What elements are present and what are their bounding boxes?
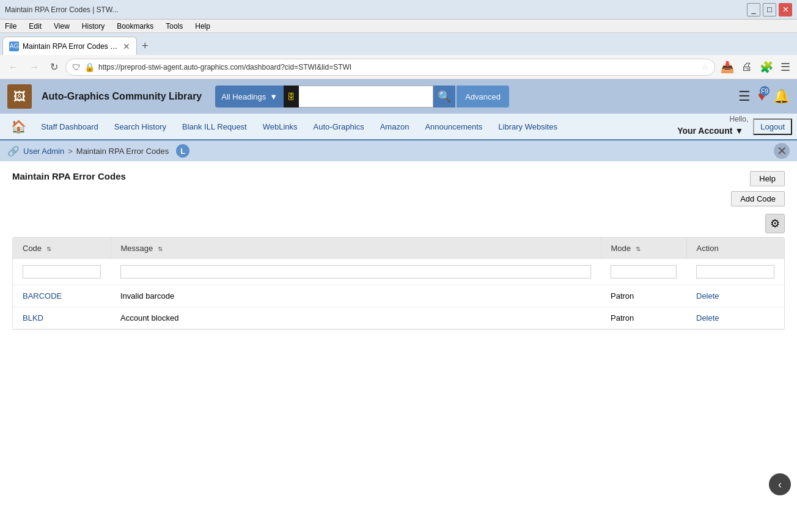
menu-help[interactable]: Help <box>193 21 213 31</box>
lock-icon: 🔒 <box>84 62 95 72</box>
heading-dropdown[interactable]: All Headings ▼ <box>215 86 284 107</box>
browser-menu-bar: File Edit View History Bookmarks Tools H… <box>0 20 797 33</box>
tab-close-button[interactable]: ✕ <box>123 42 130 51</box>
search-area: All Headings ▼ 🗄 🔍 Advanced <box>215 86 509 107</box>
menu-tools[interactable]: Tools <box>163 21 185 31</box>
nav-announcements[interactable]: Announcements <box>417 117 490 136</box>
sort-message-icon: ⇅ <box>158 246 163 252</box>
nav-weblinks[interactable]: WebLinks <box>255 117 305 136</box>
delete-link-0[interactable]: Delete <box>696 291 719 301</box>
delete-link-1[interactable]: Delete <box>696 313 719 322</box>
titlebar-buttons: _ □ ✕ <box>747 3 792 16</box>
browser-tools: 📥 🖨 🧩 ☰ <box>719 59 792 76</box>
tab-title: Maintain RPA Error Codes | STW... <box>23 42 119 51</box>
column-action-label: Action <box>697 244 719 253</box>
sort-mode-icon: ⇅ <box>636 246 641 252</box>
logout-button[interactable]: Logout <box>753 118 792 135</box>
help-button[interactable]: Help <box>750 171 785 186</box>
star-icon[interactable]: ☆ <box>702 63 708 71</box>
page-actions: Help <box>750 171 785 186</box>
active-tab[interactable]: AG Maintain RPA Error Codes | STW... ✕ <box>2 37 137 55</box>
search-button[interactable]: 🔍 <box>433 86 455 107</box>
table-body: BARCODEInvalid barcodePatronDeleteBLKDAc… <box>13 285 784 329</box>
minimize-button[interactable]: _ <box>747 3 760 16</box>
nav-account: Hello, Your Account ▼ Logout <box>667 115 792 138</box>
back-button[interactable]: ← <box>5 59 22 75</box>
nav-blank-ill-request[interactable]: Blank ILL Request <box>175 117 254 136</box>
menu-icon[interactable]: ☰ <box>779 59 792 76</box>
menu-bookmarks[interactable]: Bookmarks <box>114 21 156 31</box>
heading-dropdown-label: All Headings <box>221 92 266 101</box>
breadcrumb-parent[interactable]: User Admin <box>23 147 64 156</box>
address-bar[interactable]: 🛡 🔒 https://preprod-stwi-agent.auto-grap… <box>65 59 715 76</box>
browser-tabbar: AG Maintain RPA Error Codes | STW... ✕ + <box>0 33 797 55</box>
cell-message-1: Account blocked <box>111 307 601 329</box>
filter-input-code[interactable] <box>23 265 101 279</box>
browser-addressbar: ← → ↻ 🛡 🔒 https://preprod-stwi-agent.aut… <box>0 55 797 79</box>
filter-input-mode[interactable] <box>611 265 677 279</box>
column-header-message[interactable]: Message ⇅ <box>111 238 601 259</box>
database-icon[interactable]: 🗄 <box>284 86 299 107</box>
filter-cell-message <box>111 259 601 285</box>
add-code-button[interactable]: Add Code <box>731 191 785 206</box>
list-icon[interactable]: ☰ <box>738 89 751 104</box>
column-message-label: Message <box>121 244 153 253</box>
header-right: ☰ ♥ F9 🔔 <box>738 89 790 104</box>
account-chevron-icon: ▼ <box>735 126 743 136</box>
main-content: Maintain RPA Error Codes Help Add Code ⚙… <box>0 161 797 340</box>
tab-favicon: AG <box>9 42 19 51</box>
cell-code-1: BLKD <box>13 307 111 329</box>
cell-action-0: Delete <box>686 285 784 307</box>
breadcrumb-bar: 🔗 User Admin > Maintain RPA Error Codes … <box>0 140 797 161</box>
print-icon[interactable]: 🖨 <box>740 59 754 75</box>
window-close-button[interactable]: ✕ <box>779 3 792 16</box>
advanced-search-button[interactable]: Advanced <box>457 86 509 107</box>
code-link-1[interactable]: BLKD <box>23 313 43 322</box>
menu-file[interactable]: File <box>2 21 19 31</box>
refresh-button[interactable]: ↻ <box>46 59 62 75</box>
heart-icon[interactable]: ♥ F9 <box>758 89 766 104</box>
filter-input-action[interactable] <box>696 265 774 279</box>
breadcrumb-separator: > <box>68 147 73 156</box>
data-table-wrapper: Code ⇅ Message ⇅ Mode ⇅ Action <box>12 237 785 330</box>
column-header-mode[interactable]: Mode ⇅ <box>601 238 686 259</box>
nav-staff-dashboard[interactable]: Staff Dashboard <box>34 117 106 136</box>
nav-amazon[interactable]: Amazon <box>373 117 417 136</box>
extension-icon[interactable]: 🧩 <box>758 59 775 76</box>
cell-mode-1: Patron <box>601 307 686 329</box>
cell-mode-0: Patron <box>601 285 686 307</box>
bell-icon[interactable]: 🔔 <box>773 89 790 104</box>
page-title: Maintain RPA Error Codes <box>12 171 126 181</box>
table-header-row: Code ⇅ Message ⇅ Mode ⇅ Action <box>13 238 784 259</box>
search-input[interactable] <box>299 86 433 107</box>
table-row: BLKDAccount blockedPatronDelete <box>13 307 784 329</box>
settings-gear-button[interactable]: ⚙ <box>765 214 785 233</box>
link-icon: 🔗 <box>7 145 20 157</box>
column-code-label: Code <box>23 244 42 253</box>
shield-icon: 🛡 <box>72 62 81 72</box>
pocket-icon[interactable]: 📥 <box>719 59 736 76</box>
home-icon[interactable]: 🏠 <box>5 115 32 137</box>
forward-button[interactable]: → <box>26 59 43 75</box>
menu-history[interactable]: History <box>79 21 107 31</box>
menu-view[interactable]: View <box>51 21 72 31</box>
column-mode-label: Mode <box>611 244 631 253</box>
maximize-button[interactable]: □ <box>763 3 776 16</box>
account-button[interactable]: Your Account ▼ <box>672 123 748 138</box>
code-link-0[interactable]: BARCODE <box>23 291 62 301</box>
breadcrumb-close-button[interactable]: ✕ <box>774 143 790 159</box>
column-header-code[interactable]: Code ⇅ <box>13 238 111 259</box>
filter-cell-code <box>13 259 111 285</box>
account-label: Your Account <box>677 126 732 136</box>
nav-auto-graphics[interactable]: Auto-Graphics <box>306 117 372 136</box>
browser-titlebar: Maintain RPA Error Codes | STW... _ □ ✕ <box>0 0 797 20</box>
filter-input-message[interactable] <box>120 265 591 279</box>
nav-search-history[interactable]: Search History <box>107 117 174 136</box>
error-codes-table: Code ⇅ Message ⇅ Mode ⇅ Action <box>13 238 784 329</box>
filter-cell-mode <box>601 259 686 285</box>
table-row: BARCODEInvalid barcodePatronDelete <box>13 285 784 307</box>
new-tab-button[interactable]: + <box>137 37 153 55</box>
nav-library-websites[interactable]: Library Websites <box>491 117 565 136</box>
app-logo-icon: 🖼 <box>7 84 32 109</box>
menu-edit[interactable]: Edit <box>26 21 44 31</box>
